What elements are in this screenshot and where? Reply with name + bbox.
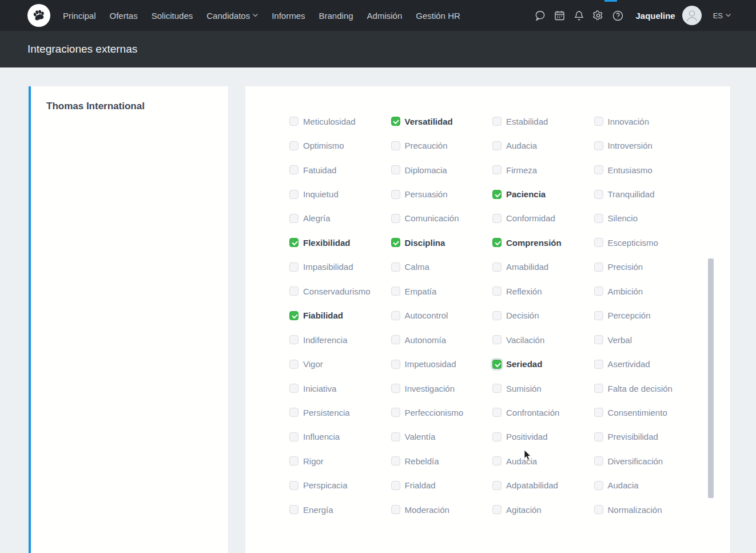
nav-item-ofertas[interactable]: Ofertas [110, 11, 138, 21]
trait-checkbox-frialdad[interactable]: Frialdad [391, 480, 493, 490]
vertical-scrollbar-thumb[interactable] [708, 258, 714, 498]
trait-checkbox-alegria[interactable]: Alegría [289, 213, 391, 223]
sidebar-item-thomas-international[interactable]: Thomas International [31, 86, 228, 122]
trait-checkbox-impetuosidad[interactable]: Impetuosidad [391, 359, 493, 369]
trait-checkbox-inquietud[interactable]: Inquietud [289, 189, 391, 199]
language-selector[interactable]: ES [713, 11, 731, 20]
gear-icon[interactable] [588, 6, 608, 25]
calendar-icon[interactable] [550, 6, 569, 25]
trait-checkbox-sumision[interactable]: Sumisión [492, 384, 594, 393]
trait-checkbox-comunicacion[interactable]: Comunicación [391, 213, 493, 223]
trait-checkbox-innovacion[interactable]: Innovación [594, 117, 696, 126]
trait-checkbox-firmeza[interactable]: Firmeza [492, 165, 594, 175]
help-icon[interactable] [608, 6, 627, 25]
checkbox-icon [289, 165, 299, 174]
trait-label: Asertividad [608, 359, 650, 369]
trait-checkbox-seriedad[interactable]: Seriedad [492, 359, 594, 369]
trait-checkbox-consentimiento[interactable]: Consentimiento [594, 408, 696, 417]
trait-checkbox-positividad[interactable]: Positividad [492, 432, 594, 441]
bell-icon[interactable] [569, 6, 588, 25]
nav-item-label: Principal [63, 11, 96, 21]
trait-checkbox-energia[interactable]: Energía [289, 505, 391, 515]
trait-checkbox-rebeldia[interactable]: Rebeldía [391, 456, 493, 466]
trait-checkbox-persistencia[interactable]: Persistencia [289, 408, 391, 417]
trait-checkbox-confrontacion[interactable]: Confrontación [492, 408, 594, 417]
trait-checkbox-comprension[interactable]: Comprensión [492, 238, 594, 248]
trait-checkbox-entusiasmo[interactable]: Entusiasmo [594, 165, 696, 175]
trait-checkbox-asertividad[interactable]: Asertividad [594, 359, 696, 369]
trait-checkbox-calma[interactable]: Calma [391, 262, 493, 272]
trait-checkbox-audacia[interactable]: Audacia [492, 456, 594, 466]
trait-checkbox-verbal[interactable]: Verbal [594, 335, 696, 345]
trait-checkbox-estabilidad[interactable]: Estabilidad [492, 117, 594, 126]
trait-label: Normalización [608, 505, 662, 515]
nav-item-candidatos[interactable]: Candidatos [206, 11, 258, 21]
trait-checkbox-silencio[interactable]: Silencio [594, 213, 696, 223]
trait-checkbox-agitacion[interactable]: Agitación [492, 505, 594, 515]
trait-checkbox-autonomia[interactable]: Autonomía [391, 335, 493, 345]
brand-logo[interactable] [27, 4, 50, 27]
trait-checkbox-autocontrol[interactable]: Autocontrol [391, 311, 493, 320]
trait-checkbox-paciencia[interactable]: Paciencia [492, 189, 594, 199]
trait-checkbox-decision[interactable]: Decisión [492, 311, 594, 320]
trait-checkbox-precaucion[interactable]: Precaución [391, 141, 493, 150]
nav-item-principal[interactable]: Principal [63, 11, 96, 21]
trait-checkbox-normalizacion[interactable]: Normalización [594, 505, 696, 515]
trait-checkbox-amabilidad[interactable]: Amabilidad [492, 262, 594, 272]
nav-item-solicitudes[interactable]: Solicitudes [152, 11, 193, 21]
trait-checkbox-ambicion[interactable]: Ambición [594, 287, 696, 296]
trait-checkbox-persuasion[interactable]: Persuasión [391, 189, 493, 199]
checkbox-icon [289, 408, 299, 417]
trait-checkbox-empatia[interactable]: Empatía [391, 287, 493, 296]
trait-checkbox-escepticismo[interactable]: Escepticismo [594, 238, 696, 248]
nav-item-gestion-hr[interactable]: Gestión HR [416, 11, 460, 21]
trait-checkbox-rigor[interactable]: Rigor [289, 456, 391, 466]
user-name[interactable]: Jaqueline [635, 11, 675, 21]
trait-label: Impasibilidad [303, 262, 353, 272]
trait-checkbox-falta-de-decision[interactable]: Falta de decisión [594, 384, 696, 393]
trait-checkbox-influencia[interactable]: Influencia [289, 432, 391, 441]
trait-checkbox-diversificacion[interactable]: Diversificación [594, 456, 696, 466]
trait-checkbox-versatilidad[interactable]: Versatilidad [391, 117, 493, 126]
checkbox-icon [391, 311, 400, 320]
checkbox-icon [594, 165, 603, 174]
trait-label: Optimismo [303, 141, 344, 150]
trait-checkbox-conformidad[interactable]: Conformidad [492, 213, 594, 223]
trait-label: Reflexión [506, 287, 542, 296]
nav-item-label: Solicitudes [152, 11, 193, 21]
trait-checkbox-investigacion[interactable]: Investigación [391, 384, 493, 393]
trait-checkbox-vacilacion[interactable]: Vacilación [492, 335, 594, 345]
trait-checkbox-precision[interactable]: Precisión [594, 262, 696, 272]
trait-checkbox-meticulosidad[interactable]: Meticulosidad [289, 117, 391, 126]
trait-checkbox-diplomacia[interactable]: Diplomacia [391, 165, 493, 175]
trait-checkbox-indiferencia[interactable]: Indiferencia [289, 335, 391, 345]
nav-item-admision[interactable]: Admisión [367, 11, 403, 21]
trait-checkbox-percepcion[interactable]: Percepción [594, 311, 696, 320]
trait-checkbox-iniciativa[interactable]: Iniciativa [289, 384, 391, 393]
trait-checkbox-perfeccionismo[interactable]: Perfeccionismo [391, 408, 493, 417]
trait-checkbox-reflexion[interactable]: Reflexión [492, 287, 594, 296]
trait-checkbox-audacia[interactable]: Audacia [594, 480, 696, 490]
trait-checkbox-moderacion[interactable]: Moderación [391, 505, 493, 515]
trait-checkbox-perspicacia[interactable]: Perspicacia [289, 480, 391, 490]
trait-checkbox-adpatabilidad[interactable]: Adpatabilidad [492, 480, 594, 490]
trait-label: Precaución [405, 141, 448, 150]
trait-checkbox-audacia[interactable]: Audacia [492, 141, 594, 150]
trait-checkbox-vigor[interactable]: Vigor [289, 359, 391, 369]
trait-checkbox-fatuidad[interactable]: Fatuidad [289, 165, 391, 175]
nav-item-branding[interactable]: Branding [319, 11, 353, 21]
nav-item-informes[interactable]: Informes [272, 11, 305, 21]
trait-checkbox-introversion[interactable]: Introversión [594, 141, 696, 150]
trait-checkbox-fiabilidad[interactable]: Fiabilidad [289, 311, 391, 320]
trait-checkbox-optimismo[interactable]: Optimismo [289, 141, 391, 150]
trait-checkbox-tranquilidad[interactable]: Tranquilidad [594, 189, 696, 199]
trait-checkbox-impasibilidad[interactable]: Impasibilidad [289, 262, 391, 272]
trait-checkbox-disciplina[interactable]: Disciplina [391, 238, 493, 248]
trait-label: Rigor [303, 456, 324, 466]
user-avatar[interactable] [682, 6, 702, 25]
trait-checkbox-flexibilidad[interactable]: Flexibilidad [289, 238, 391, 248]
trait-checkbox-conservadurismo[interactable]: Conservadurismo [289, 287, 391, 296]
chat-icon[interactable] [530, 6, 550, 25]
trait-checkbox-valentia[interactable]: Valentía [391, 432, 493, 441]
trait-checkbox-previsibilidad[interactable]: Previsibilidad [594, 432, 696, 441]
